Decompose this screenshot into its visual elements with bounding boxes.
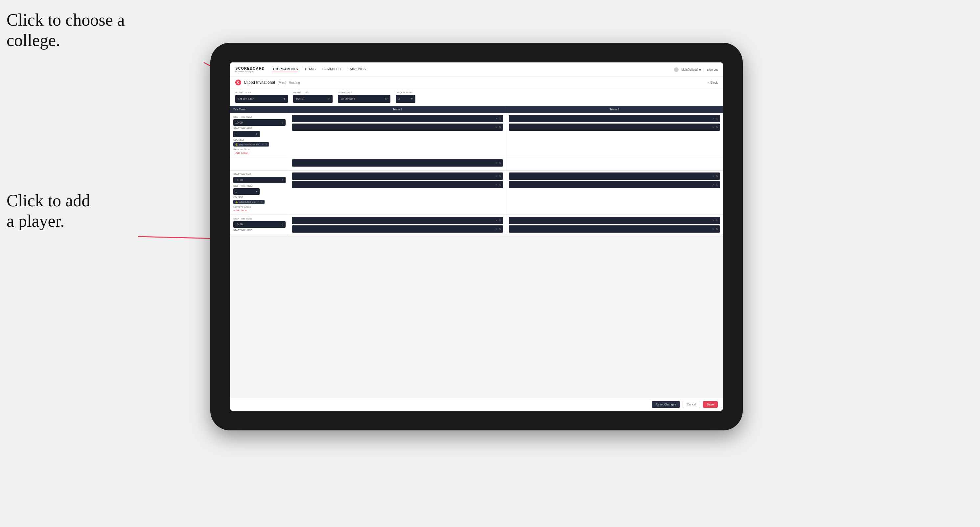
page-logo: C — [235, 79, 241, 86]
reset-button[interactable]: Reset Changes — [652, 401, 680, 408]
nav-link-teams[interactable]: TEAMS — [305, 67, 316, 72]
course-label-1: COURSE: — [233, 139, 286, 141]
player-row[interactable]: ✕ ⇅ — [292, 115, 503, 122]
player-row[interactable]: ✕ ⇅ — [509, 124, 720, 131]
page-subtitle: (Men) — [278, 81, 286, 84]
cancel-button[interactable]: Cancel — [682, 401, 700, 408]
user-email: blair@clippd.io — [681, 68, 701, 71]
brand-subtitle: Powered by clippd — [235, 70, 264, 73]
start-type-label: Start Type — [235, 91, 288, 94]
player-row[interactable]: ✕ ⇅ — [292, 217, 503, 224]
group-size-label: Group Size — [396, 91, 415, 94]
nav-bar: SCOREBOARD Powered by clippd TOURNAMENTS… — [230, 62, 723, 77]
th-team1: Team 1 — [289, 106, 506, 113]
course-label-2: COURSE: — [233, 196, 286, 198]
table-row: STARTING TIME: 10:20 ⏱ STARTING HOLE: ✕ … — [230, 215, 723, 235]
add-group-1[interactable]: + Add Group — [233, 151, 286, 154]
brand: SCOREBOARD Powered by clippd — [235, 67, 264, 73]
starting-time-value-2[interactable]: 10:10 ⏱ — [233, 177, 286, 183]
group-team1-2: ✕ ⇅ ✕ ⇅ — [289, 170, 506, 214]
table-row: ✕ ⇅ — [230, 157, 723, 170]
course-tag-1[interactable]: ⛳ (A) Peachtree GC ✕ ⇅ — [233, 142, 269, 146]
remove-group-1[interactable]: Remove Group — [233, 148, 286, 151]
group-left-1b — [230, 157, 289, 170]
starting-hole-value-2[interactable]: 1 ▾ — [233, 188, 259, 195]
start-time-input[interactable]: 10:00 ⏱ — [293, 95, 332, 103]
player-row[interactable]: ✕ ⇅ — [509, 173, 720, 180]
player-row[interactable]: ✕ ⇅ — [509, 115, 720, 122]
nav-link-tournaments[interactable]: TOURNAMENTS — [272, 67, 298, 72]
start-time-group: Start Time 10:00 ⏱ — [293, 91, 332, 103]
intervals-group: Intervals 10 Minutes ⏱ — [338, 91, 390, 103]
group-actions-1: Remove Group + Add Group — [233, 148, 286, 154]
table-header: Tee Time Team 1 Team 2 — [230, 106, 723, 113]
starting-hole-label-2: STARTING HOLE: — [233, 185, 286, 187]
page-title: Clippd Invitational — [244, 80, 275, 85]
course-row-2: ⛳ East Lake GC ✕ ⇅ — [233, 200, 286, 204]
player-row-empty: ✕ ⇅ — [292, 159, 503, 167]
remove-group-2[interactable]: Remove Group — [233, 205, 286, 208]
form-row: Start Type 1st Tee Start ▾ Start Time 10… — [230, 88, 723, 106]
group-size-group: Group Size 3 ▾ — [396, 91, 415, 103]
course-tag-2[interactable]: ⛳ East Lake GC ✕ ⇅ — [233, 200, 264, 204]
group-team1-1: ✕ ⇅ ✕ ⇅ — [289, 113, 506, 157]
starting-time-label-1: STARTING TIME: — [233, 116, 286, 118]
start-time-label: Start Time — [293, 91, 332, 94]
annotation-add-player: Click to add a player. — [6, 190, 90, 232]
start-type-group: Start Type 1st Tee Start ▾ — [235, 91, 288, 103]
page-header: C Clippd Invitational (Men) Hosting < Ba… — [230, 77, 723, 88]
starting-time-label-2: STARTING TIME: — [233, 173, 286, 175]
hosting-label: Hosting — [289, 81, 300, 84]
group-actions-2: Remove Group + Add Group — [233, 205, 286, 212]
course-row-1: ⛳ (A) Peachtree GC ✕ ⇅ — [233, 142, 286, 146]
nav-links: TOURNAMENTS TEAMS COMMITTEE RANKINGS — [272, 67, 674, 72]
user-avatar — [674, 67, 679, 72]
nav-right: blair@clippd.io | Sign out — [674, 67, 718, 72]
footer: Reset Changes Cancel Save — [230, 398, 723, 411]
tablet-screen: SCOREBOARD Powered by clippd TOURNAMENTS… — [230, 62, 723, 411]
player-row[interactable]: ✕ ⇅ — [292, 181, 503, 188]
group-team2-1: ✕ ⇅ ✕ ⇅ — [506, 113, 723, 157]
start-type-select[interactable]: 1st Tee Start ▾ — [235, 95, 288, 103]
player-row[interactable]: ✕ ⇅ — [292, 225, 503, 233]
th-tee-time: Tee Time — [230, 106, 289, 113]
group-left-3: STARTING TIME: 10:20 ⏱ STARTING HOLE: — [230, 215, 289, 235]
player-row[interactable]: ✕ ⇅ — [292, 124, 503, 131]
starting-time-value-3[interactable]: 10:20 ⏱ — [233, 221, 286, 228]
tablet-frame: SCOREBOARD Powered by clippd TOURNAMENTS… — [210, 43, 743, 430]
group-left-2: STARTING TIME: 10:10 ⏱ STARTING HOLE: 1 … — [230, 170, 289, 214]
page-title-row: C Clippd Invitational (Men) Hosting — [235, 79, 300, 86]
group-team2-3: ✕ ⇅ ✕ ⇅ — [506, 215, 723, 235]
nav-link-committee[interactable]: COMMITTEE — [322, 67, 342, 72]
brand-title: SCOREBOARD — [235, 67, 264, 70]
starting-hole-label-1: STARTING HOLE: — [233, 127, 286, 129]
main-content: STARTING TIME: 10:00 ⏱ STARTING HOLE: 1 … — [230, 113, 723, 398]
back-button[interactable]: < Back — [708, 81, 718, 84]
starting-time-value-1[interactable]: 10:00 ⏱ — [233, 119, 286, 126]
intervals-label: Intervals — [338, 91, 390, 94]
group-team1-3: ✕ ⇅ ✕ ⇅ — [289, 215, 506, 235]
starting-hole-value-1[interactable]: 1 ▾ — [233, 131, 259, 137]
player-row[interactable]: ✕ ⇅ — [509, 225, 720, 233]
nav-link-rankings[interactable]: RANKINGS — [349, 67, 366, 72]
player-row[interactable]: ✕ ⇅ — [509, 181, 720, 188]
group-team2-1b — [506, 157, 723, 170]
player-row[interactable]: ✕ ⇅ — [292, 173, 503, 180]
starting-hole-label-3: STARTING HOLE: — [233, 229, 286, 231]
sign-out-link[interactable]: Sign out — [707, 68, 718, 71]
group-left-1: STARTING TIME: 10:00 ⏱ STARTING HOLE: 1 … — [230, 113, 289, 157]
table-row: STARTING TIME: 10:10 ⏱ STARTING HOLE: 1 … — [230, 170, 723, 215]
th-team2: Team 2 — [506, 106, 723, 113]
group-team2-2: ✕ ⇅ ✕ ⇅ — [506, 170, 723, 214]
add-group-2[interactable]: + Add Group — [233, 209, 286, 212]
table-row: STARTING TIME: 10:00 ⏱ STARTING HOLE: 1 … — [230, 113, 723, 157]
player-row[interactable]: ✕ ⇅ — [509, 217, 720, 224]
save-button[interactable]: Save — [703, 401, 718, 408]
group-size-select[interactable]: 3 ▾ — [396, 95, 415, 103]
annotation-choose-college: Click to choose a college. — [6, 10, 125, 51]
intervals-select[interactable]: 10 Minutes ⏱ — [338, 95, 390, 103]
group-team1-1b: ✕ ⇅ — [289, 157, 506, 170]
starting-time-label-3: STARTING TIME: — [233, 217, 286, 220]
